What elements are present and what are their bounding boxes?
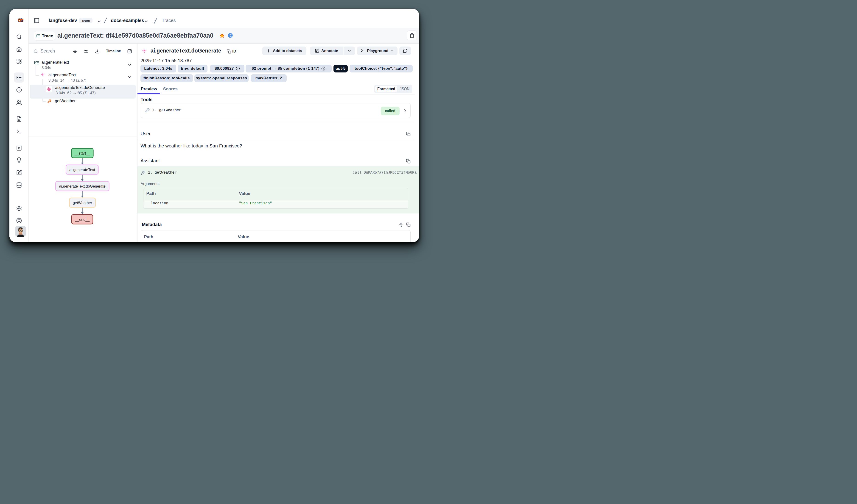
svg-text:getWeather: getWeather (73, 201, 92, 205)
svg-text:ai.generateText: ai.generateText (69, 168, 95, 172)
svg-text:ai.generateText.doGenerate: ai.generateText.doGenerate (59, 184, 105, 188)
svg-text:__end__: __end__ (75, 218, 90, 222)
svg-text:__start__: __start__ (74, 151, 90, 155)
